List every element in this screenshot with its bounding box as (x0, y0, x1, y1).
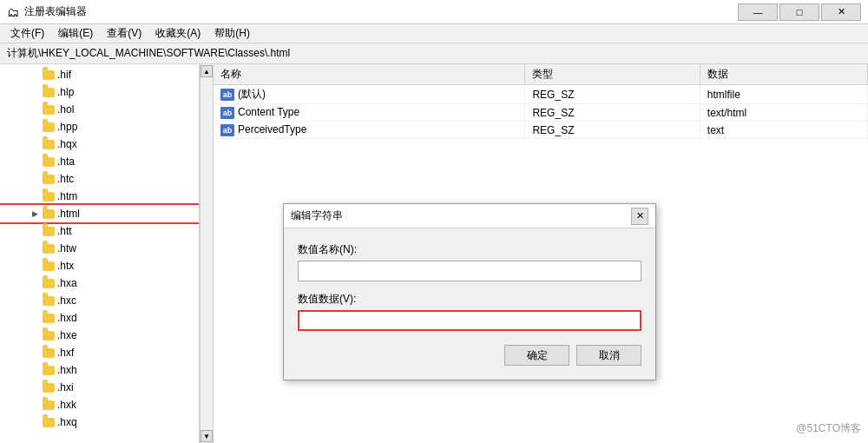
ab-icon: ab (220, 107, 234, 119)
name-input[interactable] (298, 261, 641, 281)
tree-label-hpp: .hpp (57, 121, 77, 133)
cell-name: abPerceivedType (214, 122, 525, 139)
tree-item-hxe[interactable]: .hxe (0, 327, 199, 344)
registry-table: 名称 类型 数据 ab(默认)REG_SZhtmlfileabContent T… (214, 64, 868, 139)
tree-item-htc[interactable]: .htc (0, 170, 199, 188)
folder-icon-hxd (42, 311, 56, 325)
tree-arrow-hxa (28, 276, 42, 290)
tree-item-htw[interactable]: .htw (0, 240, 199, 257)
tree-arrow-hxi (28, 380, 42, 394)
close-button[interactable]: ✕ (821, 3, 861, 21)
tree-scrollbar[interactable]: ▲ ▼ (200, 64, 214, 443)
tree-arrow-hta (28, 155, 42, 169)
tree-label-html: .html (57, 208, 80, 220)
folder-icon-hta (42, 155, 56, 169)
window-controls: — □ ✕ (738, 3, 861, 21)
tree-item-hxh[interactable]: .hxh (0, 361, 199, 379)
tree-arrow-htw (28, 241, 42, 255)
tree-label-htw: .htw (57, 242, 76, 255)
folder-icon-htx (42, 259, 56, 273)
folder-icon-htt (42, 224, 56, 238)
tree-item-htm[interactable]: .htm (0, 188, 199, 205)
tree-item-hol[interactable]: .hol (0, 101, 199, 118)
tree-item-hxc[interactable]: .hxc (0, 292, 199, 309)
confirm-button[interactable]: 确定 (504, 345, 569, 366)
maximize-button[interactable]: □ (779, 3, 819, 21)
tree-item-htx[interactable]: .htx (0, 257, 199, 274)
scroll-down-btn[interactable]: ▼ (201, 430, 213, 442)
menu-bar: 文件(F) 编辑(E) 查看(V) 收藏夹(A) 帮助(H) (0, 24, 868, 43)
tree-arrow-htt (28, 224, 42, 238)
tree-label-hlp: .hlp (57, 86, 74, 98)
tree-arrow-hif (28, 68, 42, 82)
data-input[interactable] (298, 310, 641, 331)
tree-item-htt[interactable]: .htt (0, 222, 199, 240)
cell-data: text (700, 122, 867, 139)
tree-arrow-hxe (28, 328, 42, 342)
tree-arrow-hxc (28, 294, 42, 307)
table-row[interactable]: ab(默认)REG_SZhtmlfile (214, 85, 868, 104)
right-panel: 名称 类型 数据 ab(默认)REG_SZhtmlfileabContent T… (214, 64, 868, 443)
cell-name: abContent Type (214, 104, 525, 122)
ab-icon: ab (220, 89, 234, 101)
tree-item-hxf[interactable]: .hxf (0, 344, 199, 361)
tree-label-hxq: .hxq (57, 416, 77, 428)
tree-item-hxk[interactable]: .hxk (0, 396, 199, 413)
folder-icon-hxf (42, 346, 56, 360)
dialog-close-button[interactable]: ✕ (631, 208, 648, 225)
tree-arrow-htm (28, 189, 42, 203)
folder-icon-html (42, 207, 56, 221)
folder-icon-hpp (42, 120, 56, 134)
app-title: 注册表编辑器 (24, 4, 733, 19)
tree-label-hta: .hta (57, 155, 75, 168)
folder-icon-hol (42, 102, 56, 116)
folder-icon-htm (42, 189, 56, 203)
tree-item-hxi[interactable]: .hxi (0, 379, 199, 396)
minimize-button[interactable]: — (738, 3, 778, 21)
tree-label-htm: .htm (57, 190, 77, 202)
address-bar: 计算机\HKEY_LOCAL_MACHINE\SOFTWARE\Classes\… (0, 43, 868, 64)
folder-icon-hxq (42, 415, 56, 429)
tree-arrow-htx (28, 259, 42, 273)
tree-label-hxi: .hxi (57, 381, 74, 393)
tree-item-hta[interactable]: .hta (0, 153, 199, 170)
tree-item-hxq[interactable]: .hxq (0, 413, 199, 431)
folder-icon-hxh (42, 363, 56, 377)
tree-item-hlp[interactable]: .hlp (0, 83, 199, 101)
cell-data: htmlfile (700, 85, 867, 104)
tree-arrow-hpp (28, 120, 42, 134)
menu-file[interactable]: 文件(F) (3, 24, 51, 43)
cancel-button[interactable]: 取消 (576, 345, 641, 366)
folder-icon-hxk (42, 398, 56, 412)
tree-item-html[interactable]: ▶.html (0, 205, 199, 222)
folder-icon-htc (42, 172, 56, 186)
dialog-buttons: 确定 取消 (298, 345, 641, 366)
tree-arrow-hlp (28, 85, 42, 99)
folder-icon-hxa (42, 276, 56, 290)
table-row[interactable]: abPerceivedTypeREG_SZtext (214, 122, 868, 139)
table-row[interactable]: abContent TypeREG_SZtext/html (214, 104, 868, 122)
tree-label-hif: .hif (57, 69, 71, 81)
watermark: @51CTO博客 (796, 421, 861, 436)
tree-label-htc: .htc (57, 173, 74, 185)
tree-item-hxd[interactable]: .hxd (0, 309, 199, 327)
tree-item-hqx[interactable]: .hqx (0, 136, 199, 153)
menu-favorites[interactable]: 收藏夹(A) (148, 24, 207, 43)
menu-edit[interactable]: 编辑(E) (51, 24, 100, 43)
menu-view[interactable]: 查看(V) (100, 24, 148, 43)
tree-label-htx: .htx (57, 260, 74, 272)
tree-item-hxa[interactable]: .hxa (0, 274, 199, 292)
tree-arrow-hxk (28, 398, 42, 412)
folder-icon-hlp (42, 85, 56, 99)
tree-arrow-hxd (28, 311, 42, 325)
data-label: 数值数据(V): (298, 292, 641, 307)
tree-label-hxh: .hxh (57, 364, 77, 376)
tree-item-hif[interactable]: .hif (0, 66, 199, 83)
tree-panel[interactable]: .hif.hlp.hol.hpp.hqx.hta.htc.htm▶.html.h… (0, 64, 200, 443)
menu-help[interactable]: 帮助(H) (207, 24, 257, 43)
tree-item-hpp[interactable]: .hpp (0, 118, 199, 136)
tree-arrow-hxf (28, 346, 42, 360)
folder-icon-hxc (42, 294, 56, 307)
cell-data: text/html (700, 104, 867, 122)
scroll-up-btn[interactable]: ▲ (201, 65, 213, 77)
